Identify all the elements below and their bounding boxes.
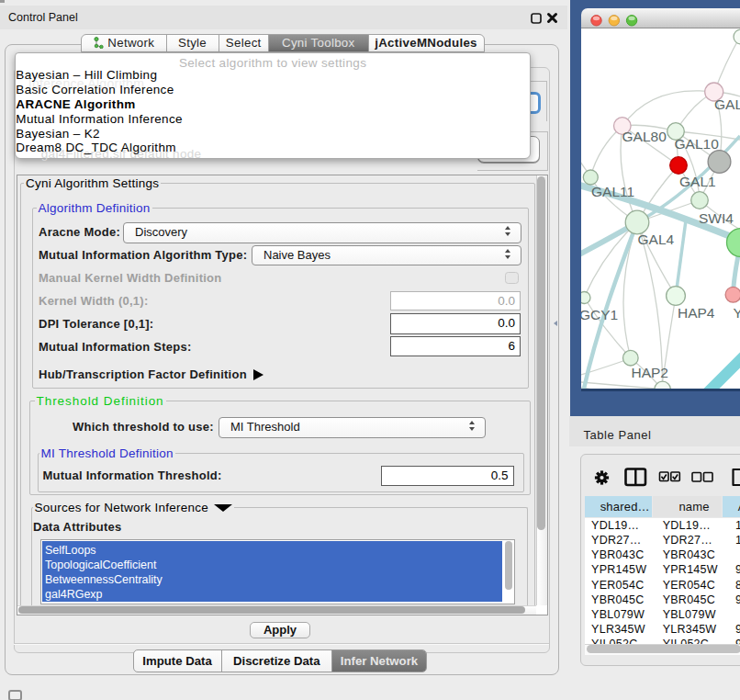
svg-text:GAL2: GAL2 <box>714 96 740 112</box>
svg-text:GAL10: GAL10 <box>675 136 720 152</box>
svg-text:GAL1: GAL1 <box>679 174 716 189</box>
svg-text:GAL4: GAL4 <box>638 231 675 247</box>
svg-text:HAP4: HAP4 <box>678 305 715 321</box>
svg-text:YD: YD <box>734 305 740 321</box>
svg-text:SWI4: SWI4 <box>699 210 734 226</box>
svg-text:GAL11: GAL11 <box>591 184 634 199</box>
svg-text:GAL80: GAL80 <box>622 129 667 144</box>
svg-text:GCY1: GCY1 <box>581 307 618 322</box>
svg-text:HAP2: HAP2 <box>632 365 669 380</box>
